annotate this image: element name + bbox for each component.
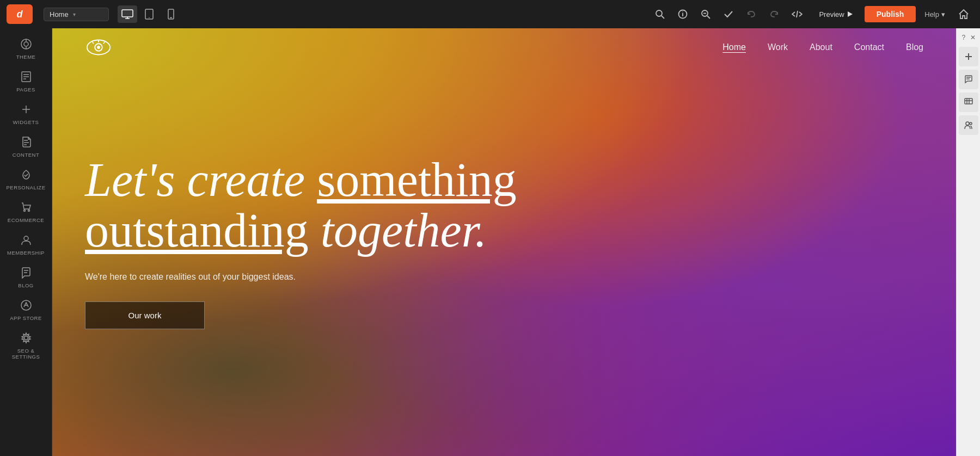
sidebar-item-seo-settings[interactable]: SEO & SETTINGS bbox=[2, 326, 50, 365]
sidebar-membership-label: MEMBERSHIP bbox=[7, 250, 45, 256]
seo-settings-icon bbox=[20, 332, 32, 346]
page-selector-arrow: ▾ bbox=[73, 11, 76, 17]
toolbar-icons bbox=[650, 4, 807, 24]
svg-point-27 bbox=[23, 210, 25, 212]
nav-link-blog[interactable]: Blog bbox=[906, 42, 923, 52]
ecommerce-icon bbox=[20, 201, 32, 215]
sidebar: THEME PAGES WIDGETS bbox=[0, 28, 52, 456]
sidebar-blog-label: BLOG bbox=[18, 282, 33, 288]
sidebar-item-blog[interactable]: BLOG bbox=[2, 261, 50, 294]
right-panel-brush-btn[interactable] bbox=[959, 93, 978, 112]
main-layout: THEME PAGES WIDGETS bbox=[0, 28, 980, 456]
logo-text: d bbox=[17, 9, 23, 20]
check-icon-btn[interactable] bbox=[719, 4, 738, 24]
help-label: Help bbox=[924, 10, 939, 19]
nav-links: Home Work About Contact Blog bbox=[722, 42, 923, 52]
canvas-area: Home Work About Contact Blog Let's creat… bbox=[52, 28, 956, 456]
publish-button[interactable]: Publish bbox=[865, 6, 916, 22]
sidebar-item-app-store[interactable]: APP STORE bbox=[2, 294, 50, 326]
theme-icon bbox=[20, 38, 32, 52]
hero-headline: Let's create somethingoutstanding togeth… bbox=[85, 155, 575, 256]
pages-icon bbox=[21, 71, 32, 84]
home-icon-btn[interactable] bbox=[954, 4, 973, 24]
headline-period: . bbox=[475, 204, 487, 257]
hero-content: Let's create somethingoutstanding togeth… bbox=[85, 72, 923, 456]
svg-line-40 bbox=[103, 42, 105, 44]
desktop-device-btn[interactable] bbox=[118, 5, 137, 23]
sidebar-content-label: CONTENT bbox=[13, 152, 39, 158]
app-store-icon bbox=[20, 299, 32, 313]
sidebar-ecommerce-label: ECOMMERCE bbox=[8, 217, 44, 223]
svg-point-50 bbox=[970, 122, 972, 125]
help-button[interactable]: Help ▾ bbox=[920, 7, 950, 22]
toolbar: d Home ▾ bbox=[0, 0, 980, 28]
membership-icon bbox=[20, 234, 32, 248]
site-logo bbox=[85, 36, 112, 58]
sidebar-seo-settings-label: SEO & SETTINGS bbox=[4, 348, 48, 360]
device-buttons bbox=[118, 5, 181, 23]
svg-point-2 bbox=[149, 17, 150, 19]
svg-line-6 bbox=[661, 16, 664, 19]
content-icon bbox=[21, 136, 32, 150]
nav-link-work[interactable]: Work bbox=[768, 42, 788, 52]
svg-point-49 bbox=[966, 122, 969, 125]
sidebar-item-widgets[interactable]: WIDGETS bbox=[2, 98, 50, 131]
svg-point-37 bbox=[97, 46, 100, 49]
close-icon[interactable]: ✕ bbox=[969, 33, 978, 42]
preview-play-icon bbox=[848, 11, 853, 17]
sidebar-pages-label: PAGES bbox=[16, 87, 35, 93]
blog-icon bbox=[20, 267, 32, 280]
sidebar-item-content[interactable]: CONTENT bbox=[2, 131, 50, 163]
cta-button[interactable]: Our work bbox=[85, 301, 205, 329]
widgets-icon bbox=[20, 103, 32, 117]
search-icon-btn[interactable] bbox=[650, 4, 670, 24]
headline-outstanding: outstanding bbox=[85, 204, 309, 257]
svg-point-15 bbox=[24, 42, 28, 46]
right-panel-users-btn[interactable] bbox=[959, 115, 978, 135]
svg-point-5 bbox=[656, 10, 662, 16]
duda-logo[interactable]: d bbox=[7, 4, 33, 24]
hero-subtitle: We're here to create realities out of yo… bbox=[85, 272, 923, 282]
svg-point-28 bbox=[28, 210, 29, 212]
svg-line-39 bbox=[92, 42, 94, 44]
sidebar-item-ecommerce[interactable]: ECOMMERCE bbox=[2, 196, 50, 229]
tablet-device-btn[interactable] bbox=[139, 5, 159, 23]
right-panel-add-btn[interactable] bbox=[959, 47, 978, 66]
nav-link-contact[interactable]: Contact bbox=[854, 42, 884, 52]
svg-line-13 bbox=[797, 11, 798, 17]
code-icon-btn[interactable] bbox=[787, 4, 807, 24]
nav-link-home[interactable]: Home bbox=[722, 42, 746, 52]
headline-something: something bbox=[317, 153, 517, 206]
sidebar-theme-label: THEME bbox=[16, 54, 36, 60]
undo-icon-btn[interactable] bbox=[742, 4, 761, 24]
sidebar-item-theme[interactable]: THEME bbox=[2, 33, 50, 65]
right-panel: ? ✕ bbox=[956, 28, 980, 456]
nav-link-about[interactable]: About bbox=[810, 42, 832, 52]
sidebar-item-personalize[interactable]: PERSONALIZE bbox=[2, 163, 50, 196]
sidebar-widgets-label: WIDGETS bbox=[13, 119, 39, 125]
svg-line-11 bbox=[707, 16, 710, 19]
personalize-icon bbox=[20, 169, 32, 182]
svg-rect-0 bbox=[122, 10, 133, 17]
svg-point-9 bbox=[683, 11, 684, 13]
sidebar-app-store-label: APP STORE bbox=[10, 315, 42, 321]
page-selector-label: Home bbox=[50, 10, 69, 19]
sidebar-personalize-label: PERSONALIZE bbox=[6, 184, 45, 190]
svg-point-34 bbox=[24, 336, 28, 340]
sidebar-item-membership[interactable]: MEMBERSHIP bbox=[2, 229, 50, 261]
preview-button[interactable]: Preview bbox=[811, 7, 860, 22]
info-icon-btn[interactable] bbox=[673, 4, 693, 24]
website-canvas: Home Work About Contact Blog Let's creat… bbox=[52, 28, 956, 456]
website-nav: Home Work About Contact Blog bbox=[52, 28, 956, 66]
right-panel-header: ? ✕ bbox=[957, 30, 980, 45]
question-icon[interactable]: ? bbox=[959, 33, 969, 42]
right-panel-chat-btn[interactable] bbox=[959, 70, 978, 89]
svg-point-29 bbox=[24, 236, 28, 241]
svg-rect-45 bbox=[965, 98, 972, 104]
headline-part1: Let's create bbox=[85, 153, 317, 206]
mobile-device-btn[interactable] bbox=[161, 5, 181, 23]
sidebar-item-pages[interactable]: PAGES bbox=[2, 65, 50, 98]
zoom-icon-btn[interactable] bbox=[696, 4, 715, 24]
redo-icon-btn[interactable] bbox=[764, 4, 784, 24]
page-selector[interactable]: Home ▾ bbox=[44, 8, 109, 21]
